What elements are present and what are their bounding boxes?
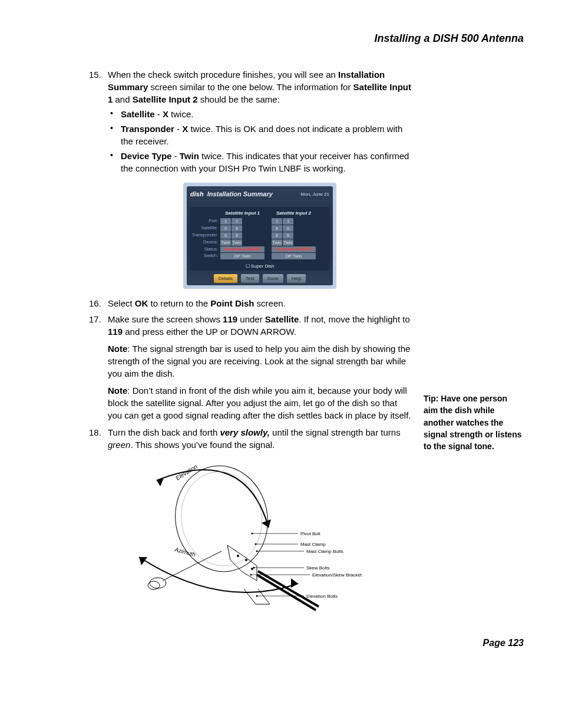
step15-bold-3: Satellite Input 2 — [133, 94, 198, 104]
label-elevation-bracket: Elevation/Skew Bracket — [312, 572, 362, 578]
label-elevation-bolts: Elevation Bolts — [306, 594, 338, 599]
bullet-value: X — [182, 124, 188, 134]
label-pivot-bolt: Pivot Bolt — [300, 531, 321, 536]
step18-green: green — [108, 440, 130, 450]
help-button: Help — [287, 274, 306, 283]
step18-em: very slowly, — [220, 427, 270, 437]
step17-119b: 119 — [108, 327, 123, 337]
step16-text2: to return to the — [148, 298, 210, 308]
step17-text: Make sure the screen shows — [108, 314, 223, 324]
row-device: Device: — [191, 239, 220, 246]
details-button: Details — [214, 274, 237, 283]
bullet-sep: - — [155, 109, 163, 119]
label-mast-clamp-bolts: Mast Clamp Bolts — [306, 549, 343, 554]
step16-pointdish: Point Dish — [210, 298, 254, 308]
step17-119a: 119 — [223, 314, 237, 324]
cell: X — [220, 225, 231, 232]
note-body: : The signal strength bar is used to hel… — [108, 344, 410, 378]
bullet-label: Device Type — [121, 151, 171, 161]
cell: X — [283, 232, 293, 239]
cell: X — [220, 232, 231, 239]
installation-summary-screenshot: dish Installation Summary Mon, June 21 S… — [183, 183, 336, 289]
sidebar: Tip: Have one person aim the dish while … — [424, 68, 524, 637]
note-body: : Don’t stand in front of the dish while… — [108, 386, 411, 420]
row-switch: Switch: — [191, 253, 220, 259]
step17-or: or — [218, 327, 231, 337]
screenshot-title: Installation Summary — [207, 190, 273, 199]
cell: 1 — [232, 218, 242, 225]
step17-note1: Note: The signal strength bar is used to… — [108, 342, 412, 380]
cell: Twin — [220, 239, 231, 246]
cell-error: Reception ERROR — [272, 246, 316, 252]
svg-point-6 — [150, 578, 166, 588]
page-number: Page 123 — [483, 638, 524, 648]
step15-text-1: When the check switch procedure finishes… — [108, 70, 338, 80]
col-header-1: Satellite Input 1 — [220, 209, 265, 217]
cell: 1 — [283, 218, 293, 225]
svg-point-7 — [148, 581, 160, 589]
svg-point-9 — [251, 568, 253, 570]
svg-point-16 — [256, 551, 258, 552]
row-status: Status: — [191, 246, 220, 253]
elevation-axis-label: Elevation — [174, 463, 199, 482]
step-15: When the check switch procedure finishes… — [91, 68, 412, 289]
step-16: Select OK to return to the Point Dish sc… — [91, 297, 412, 309]
page-header-title: Installing a DISH 500 Antenna — [38, 32, 524, 45]
bullet-sep: - — [171, 151, 179, 161]
dish-aiming-diagram: Pivot Bolt Mast Clamp Mast Clamp Bolts S… — [121, 457, 398, 634]
dish-logo: dish — [190, 190, 204, 199]
svg-point-18 — [253, 567, 255, 569]
step-17: Make sure the screen shows 119 under Sat… — [91, 313, 412, 421]
svg-point-5 — [174, 466, 269, 572]
step17-text2: under — [237, 314, 265, 324]
step15-text-3: and — [113, 94, 132, 104]
step17-text5: . — [294, 327, 296, 337]
step18-text3: . This shows you’ve found the signal. — [130, 440, 275, 450]
cell: X — [272, 232, 282, 239]
note-lead: Note — [108, 386, 127, 396]
cell: Twin — [272, 239, 282, 246]
step15-text-4: should be the same: — [198, 94, 280, 104]
cell: DP Twin — [220, 253, 265, 259]
step15-bullet-satellite: Satellite - X twice. — [108, 108, 412, 120]
cell: X — [283, 225, 293, 232]
bullet-label: Satellite — [121, 109, 155, 119]
svg-point-22 — [256, 595, 258, 597]
note-lead: Note — [108, 344, 127, 354]
step15-bullet-device: Device Type - Twin twice. This indicates… — [108, 150, 412, 174]
col-header-2: Satellite Input 2 — [272, 209, 316, 217]
row-satellite: Satellite: — [191, 225, 220, 232]
step17-up: UP — [206, 327, 218, 337]
done-button: Done — [263, 274, 283, 283]
svg-point-8 — [245, 559, 247, 561]
test-button: Test — [241, 274, 259, 283]
label-mast-clamp: Mast Clamp — [300, 542, 326, 547]
step17-satellite: Satellite — [265, 314, 299, 324]
svg-point-10 — [237, 555, 239, 557]
step17-down: DOWN ARROW — [230, 327, 294, 337]
bullet-sep: - — [174, 124, 182, 134]
cell: Twin — [232, 239, 242, 246]
step18-text2: until the signal strength bar turns — [270, 427, 401, 437]
cell: 1 — [272, 218, 282, 225]
svg-point-20 — [250, 574, 252, 576]
svg-point-12 — [252, 533, 253, 535]
superdish-checkbox: Super Dish — [191, 263, 328, 269]
sidebar-tip: Tip: Have one person aim the dish while … — [424, 393, 524, 452]
step17-text3: . If not, move the highlight to — [299, 314, 409, 324]
step15-bullet-transponder: Transponder - X twice. This is OK and do… — [108, 123, 412, 147]
cell: DP Twin — [272, 253, 316, 259]
step17-text4: and press either the — [123, 327, 206, 337]
step16-text: Select — [108, 298, 135, 308]
step15-text-2: screen similar to the one below. The inf… — [148, 82, 353, 92]
step16-ok: OK — [135, 298, 148, 308]
svg-marker-3 — [291, 578, 298, 588]
step18-text: Turn the dish back and forth — [108, 427, 220, 437]
step-18: Turn the dish back and forth very slowly… — [91, 426, 412, 634]
bullet-value: Twin — [180, 151, 199, 161]
label-skew-bolts: Skew Bolts — [306, 565, 330, 571]
bullet-rest: twice. — [168, 109, 194, 119]
row-port: Port: — [191, 218, 220, 225]
step16-text3: screen. — [254, 298, 285, 308]
bullet-label: Transponder — [121, 124, 174, 134]
